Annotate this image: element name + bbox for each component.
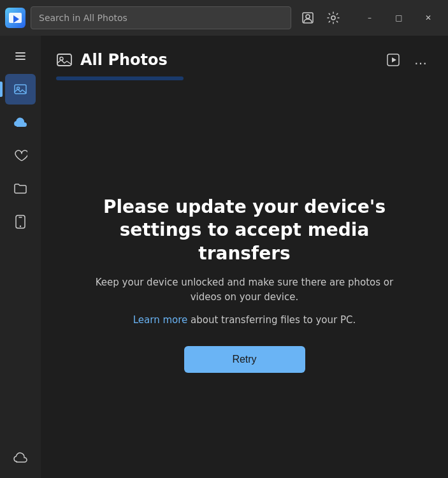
svg-rect-9 — [15, 85, 26, 94]
sidebar-item-device[interactable] — [5, 206, 36, 237]
main-layout: All Photos … Please update your device's… — [0, 36, 448, 478]
sidebar-item-cloud[interactable] — [5, 107, 36, 138]
svg-marker-17 — [392, 57, 396, 62]
header-actions: … — [382, 48, 433, 71]
title-bar-icons — [296, 6, 345, 29]
link-suffix: about transferring files to your PC. — [187, 314, 356, 326]
sidebar-item-cloud-sync[interactable] — [5, 442, 36, 473]
svg-point-13 — [20, 226, 21, 227]
minimize-button[interactable]: – — [355, 8, 384, 28]
sidebar-item-photos[interactable] — [5, 74, 36, 105]
message-link-area: Learn more about transferring files to y… — [133, 314, 356, 326]
learn-more-link[interactable]: Learn more — [133, 314, 188, 326]
content-area: All Photos … Please update your device's… — [41, 36, 448, 478]
section-photos-icon — [56, 52, 73, 68]
play-slideshow-button[interactable] — [382, 48, 405, 71]
close-button[interactable]: ✕ — [414, 8, 443, 28]
sidebar-item-menu[interactable] — [5, 41, 36, 71]
title-bar: Search in All Photos – □ ✕ — [0, 0, 448, 36]
section-header: All Photos … — [41, 36, 448, 76]
progress-bar — [56, 76, 184, 80]
more-options-button[interactable]: … — [410, 48, 433, 71]
search-input[interactable]: Search in All Photos — [31, 6, 291, 29]
section-title: All Photos — [80, 51, 168, 69]
progress-bar-area — [41, 76, 448, 91]
sidebar-item-folders[interactable] — [5, 173, 36, 204]
settings-icon-button[interactable] — [322, 6, 345, 29]
people-icon-button[interactable] — [296, 6, 319, 29]
message-subtext: Keep your device unlocked and make sure … — [79, 275, 410, 304]
svg-point-4 — [306, 15, 310, 18]
sidebar-item-favorites[interactable] — [5, 140, 36, 171]
app-icon — [5, 8, 25, 28]
window-controls: – □ ✕ — [355, 8, 443, 28]
svg-rect-14 — [57, 54, 71, 66]
svg-point-5 — [331, 16, 335, 20]
sidebar — [0, 36, 41, 478]
message-area: Please update your device's settings to … — [41, 91, 448, 478]
maximize-button[interactable]: □ — [384, 8, 414, 28]
message-heading: Please update your device's settings to … — [71, 196, 417, 265]
retry-button[interactable]: Retry — [184, 346, 305, 373]
